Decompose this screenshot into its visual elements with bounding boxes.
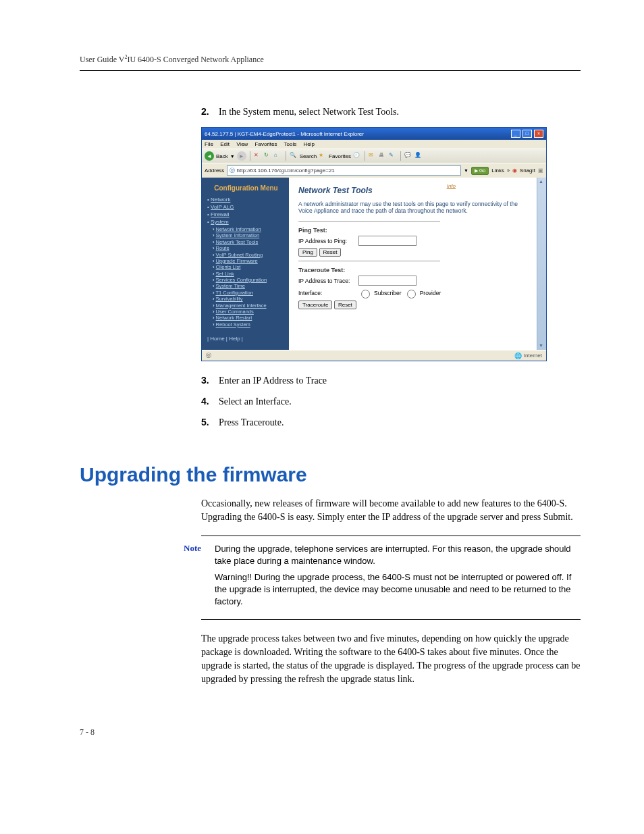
note-label: Note [159, 543, 208, 613]
radio-subscriber[interactable] [361, 290, 370, 298]
window-titlebar: 64.52.177.5 | KGT-EM4-EdgeProtect1 - Mic… [202, 128, 546, 140]
section-heading: Upgrading the firmware [80, 463, 581, 486]
sidebar-sub-netinfo[interactable]: Network Information [216, 226, 261, 232]
sidebar-sub-survive[interactable]: Survivability [216, 296, 243, 302]
screenshot: 64.52.177.5 | KGT-EM4-EdgeProtect1 - Mic… [201, 127, 547, 361]
messenger-icon[interactable]: 👤 [414, 152, 423, 160]
traceroute-button[interactable]: Traceroute [298, 301, 332, 309]
trace-title: Traceroute Test: [298, 267, 527, 273]
maximize-icon[interactable]: □ [522, 130, 532, 138]
step-text: Press Traceroute. [219, 415, 284, 429]
sidebar-sub-sysinfo[interactable]: System Information [216, 232, 260, 238]
snagit-label[interactable]: SnagIt [520, 167, 535, 174]
step-number: 3. [201, 373, 219, 388]
sidebar-sub-route[interactable]: Route [216, 245, 230, 251]
favorites-label[interactable]: Favorites [329, 153, 351, 159]
para-intro: Occasionally, new releases of firmware w… [201, 497, 581, 525]
ie-menubar: File Edit View Favorites Tools Help [202, 140, 546, 149]
address-label: Address [205, 167, 224, 174]
back-icon[interactable]: ◄ [205, 151, 214, 161]
step-text: Enter an IP Address to Trace [219, 373, 327, 388]
stop-icon[interactable]: ✕ [254, 152, 262, 160]
page-number: 7 - 8 [80, 727, 581, 737]
mail-icon[interactable]: ✉ [369, 152, 377, 160]
menu-favorites[interactable]: Favorites [255, 141, 277, 147]
sidebar-sub-voipsubnet[interactable]: VoIP Subnet Routing [216, 252, 263, 258]
back-label[interactable]: Back [216, 153, 228, 159]
ping-reset-button[interactable]: Reset [319, 248, 342, 257]
sidebar-sub-mgmt[interactable]: Management Interface [216, 303, 267, 309]
ping-button[interactable]: Ping [298, 248, 317, 257]
sidebar-item-firewall[interactable]: Firewall [211, 211, 230, 217]
step-number: 2. [201, 105, 219, 119]
forward-icon[interactable]: ► [237, 151, 246, 161]
ping-input[interactable] [358, 236, 417, 246]
minimize-icon[interactable]: _ [511, 130, 520, 138]
search-label[interactable]: Search [300, 153, 317, 159]
divider [298, 221, 440, 221]
page-header: User Guide V2IU 6400-S Converged Network… [80, 54, 581, 65]
sidebar-item-system[interactable]: System [211, 219, 229, 225]
refresh-icon[interactable]: ↻ [264, 152, 272, 160]
sidebar-item-voip[interactable]: VoIP ALG [211, 204, 234, 210]
note-text: During the upgrade, telephone services a… [215, 543, 581, 613]
search-icon[interactable]: 🔍 [290, 152, 298, 160]
internet-zone-icon: 🌐 [514, 353, 522, 359]
ie-toolbar: ◄ Back ▼ ► ✕ ↻ ⌂ 🔍 Search ★ Favorites 🕘 … [202, 149, 546, 163]
sidebar-sub-usercmd[interactable]: User Commands [216, 309, 254, 315]
home-icon[interactable]: ⌂ [274, 152, 282, 160]
sidebar-sub-reboot[interactable]: Reboot System [216, 321, 250, 328]
window-title: 64.52.177.5 | KGT-EM4-EdgeProtect1 - Mic… [205, 131, 364, 137]
trace-input[interactable] [358, 276, 417, 286]
address-input[interactable]: ⓔ http://63.106.176/cgi-bin/config?page=… [227, 165, 461, 176]
sidebar-sub-netrestart[interactable]: Network Restart [216, 315, 252, 321]
sidebar-sub-clients[interactable]: Clients List [216, 264, 241, 270]
iface-label: Interface: [298, 290, 356, 296]
step-2: 2. In the System menu, select Network Te… [201, 105, 581, 119]
address-bar: Address ⓔ http://63.106.176/cgi-bin/conf… [202, 163, 546, 178]
favorites-icon[interactable]: ★ [319, 152, 327, 160]
step-5: 5. Press Traceroute. [201, 415, 581, 429]
step-number: 5. [201, 415, 219, 429]
radio-provider[interactable] [407, 290, 416, 298]
main-desc: A network administrator may use the test… [298, 201, 527, 214]
menu-file[interactable]: File [205, 141, 213, 147]
menu-help[interactable]: Help [304, 141, 315, 147]
sidebar-item-network[interactable]: Network [211, 197, 230, 203]
sidebar-sub-nettest[interactable]: Network Test Tools [216, 239, 259, 245]
note-p1: During the upgrade, telephone services a… [215, 543, 581, 567]
info-link[interactable]: Info [447, 183, 456, 189]
history-icon[interactable]: 🕘 [353, 152, 361, 160]
go-button[interactable]: ▶ Go [471, 167, 489, 175]
menu-edit[interactable]: Edit [220, 141, 230, 147]
sidebar-sub-services[interactable]: Services Configuration [216, 277, 267, 283]
sidebar-title: Configuration Menu [207, 184, 285, 192]
ie-statusbar: ⓔ 🌐 Internet [202, 350, 546, 361]
divider [298, 261, 440, 261]
sidebar-sub-t1conf[interactable]: T1 Configuration [215, 290, 252, 296]
discuss-icon[interactable]: 💬 [404, 152, 412, 160]
edit-icon[interactable]: ✎ [389, 152, 397, 160]
menu-tools[interactable]: Tools [284, 141, 297, 147]
sidebar-sub-upgrade[interactable]: Upgrade Firmware [216, 258, 258, 264]
step-number: 4. [201, 394, 219, 409]
scrollbar[interactable] [537, 178, 546, 350]
snagit-window-icon[interactable]: ▣ [538, 167, 543, 174]
snagit-icon[interactable]: ◉ [512, 167, 517, 174]
sidebar-footer[interactable]: | Home | Help | [207, 336, 285, 342]
print-icon[interactable]: 🖶 [379, 152, 387, 160]
radio-provider-label: Provider [420, 290, 441, 296]
trace-reset-button[interactable]: Reset [334, 301, 356, 309]
links-label[interactable]: Links [491, 167, 504, 174]
menu-view[interactable]: View [236, 141, 248, 147]
sidebar-sub-setlink[interactable]: Set Link [216, 271, 234, 277]
status-zone: Internet [524, 353, 542, 359]
close-icon[interactable]: × [534, 130, 543, 138]
ping-label: IP Address to Ping: [298, 238, 356, 244]
sidebar-sub-systime[interactable]: System Time [216, 283, 245, 289]
config-sidebar: Configuration Menu • Network • VoIP ALG … [202, 178, 289, 350]
note-block: Note During the upgrade, telephone servi… [201, 536, 581, 620]
step-text: Select an Interface. [219, 394, 292, 409]
status-left: ⓔ [206, 352, 211, 359]
step-3: 3. Enter an IP Address to Trace [201, 373, 581, 388]
